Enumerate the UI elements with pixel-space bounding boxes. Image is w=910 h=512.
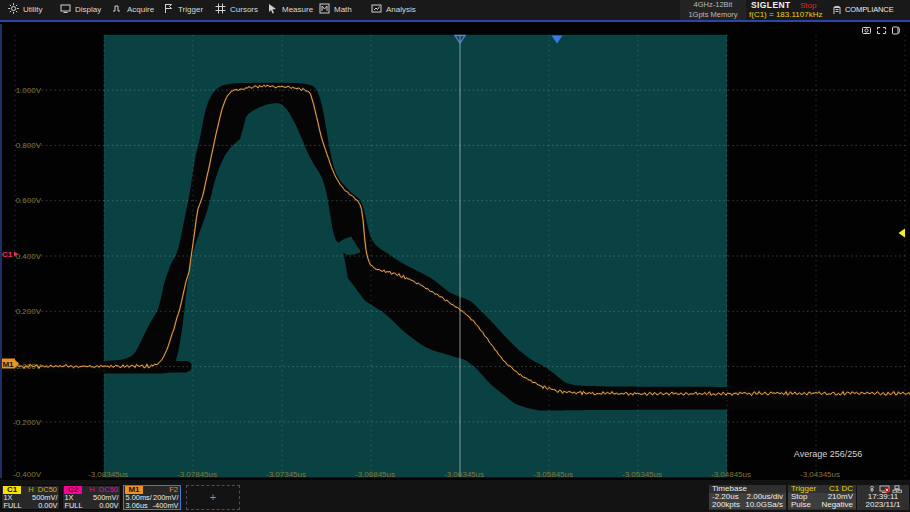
svg-text:1.000V: 1.000V <box>16 86 42 95</box>
svg-text:-0.400V: -0.400V <box>13 470 42 479</box>
svg-text:-0.200V: -0.200V <box>13 418 42 427</box>
svg-text:-3.08345us: -3.08345us <box>88 470 128 479</box>
svg-text:C1: C1 <box>2 250 13 259</box>
svg-text:-3.05845us: -3.05845us <box>533 470 573 479</box>
svg-text:0.600V: 0.600V <box>16 196 42 205</box>
svg-text:-3.04845us: -3.04845us <box>711 470 751 479</box>
svg-text:-3.04345us: -3.04345us <box>800 470 840 479</box>
svg-text:Average 256/256: Average 256/256 <box>794 449 862 459</box>
svg-text:-3.06845us: -3.06845us <box>355 470 395 479</box>
svg-text:0.400V: 0.400V <box>16 252 42 261</box>
svg-text:-3.05345us: -3.05345us <box>622 470 662 479</box>
svg-text:-3.06345us: -3.06345us <box>444 470 484 479</box>
svg-text:-3.07345us: -3.07345us <box>266 470 306 479</box>
svg-text:-3.07845us: -3.07845us <box>177 470 217 479</box>
svg-text:0.200V: 0.200V <box>16 307 42 316</box>
svg-text:0.800V: 0.800V <box>16 141 42 150</box>
svg-text:M1: M1 <box>2 360 14 369</box>
